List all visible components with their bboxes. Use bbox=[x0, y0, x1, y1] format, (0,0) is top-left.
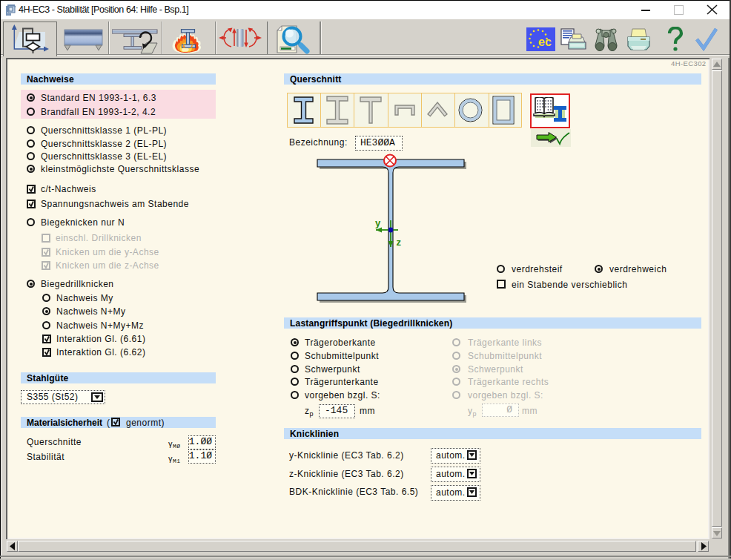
svg-text:z: z bbox=[397, 237, 402, 248]
svg-text:y: y bbox=[375, 217, 381, 228]
svg-text:ec: ec bbox=[538, 36, 552, 48]
